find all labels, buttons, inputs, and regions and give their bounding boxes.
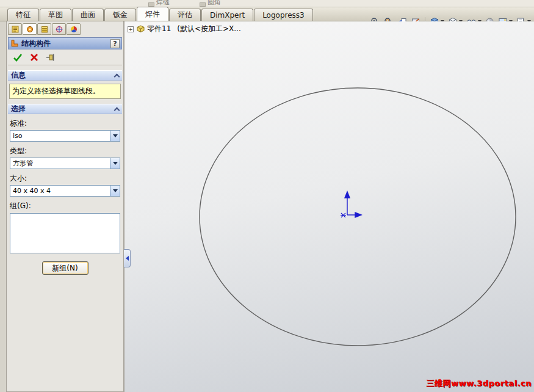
type-label: 类型: [10, 146, 120, 156]
property-manager-actions [8, 49, 122, 65]
ok-button[interactable] [13, 53, 23, 62]
origin-triad [331, 188, 366, 223]
help-button[interactable]: ? [110, 39, 120, 48]
command-tabs: 特征 草图 曲面 钣金 焊件 评估 DimXpert Logopress3 [7, 7, 314, 21]
collapse-chevron-icon [114, 74, 120, 80]
standard-value: iso [10, 132, 110, 140]
dimxpert-manager-tab[interactable] [52, 23, 66, 35]
tab-dimxpert[interactable]: DimXpert [201, 9, 253, 21]
feature-manager-icon [12, 26, 19, 33]
size-label: 大小: [10, 173, 120, 184]
chevron-down-icon [113, 134, 118, 137]
tab-sheet-metal[interactable]: 钣金 [104, 9, 136, 21]
configuration-manager-icon [41, 26, 48, 33]
new-group-button[interactable]: 新组(N) [42, 261, 88, 275]
collapse-chevron-icon [114, 107, 120, 114]
weld-bead-button[interactable]: 焊缝 [148, 0, 170, 7]
standard-dropdown-button[interactable] [110, 131, 120, 141]
chevron-left-icon [126, 256, 129, 261]
part-icon [136, 25, 145, 33]
message-box: 为定义路径选择草图线段。 [9, 84, 121, 99]
watermark-text: 三维网www.3dportal.cn [427, 378, 532, 389]
message-section-label: 信息 [11, 70, 26, 81]
keep-visible-pin-icon[interactable] [46, 53, 55, 62]
configuration-manager-tab[interactable] [37, 23, 51, 35]
manager-panel-tabs [8, 23, 123, 35]
chevron-down-icon [113, 162, 118, 165]
feature-manager-tab[interactable] [8, 23, 22, 35]
fillet-button[interactable]: 圆角 [200, 0, 221, 7]
display-manager-tab[interactable] [67, 23, 81, 35]
tab-evaluate[interactable]: 评估 [169, 9, 201, 21]
size-value: 40 x 40 x 4 [10, 187, 110, 195]
property-manager-panel: 结构构件 ? 信息 为定义路径选择草图线段。 选择 标准: iso [6, 21, 124, 392]
configuration-text: (默认<按加工>X... [177, 24, 240, 34]
sketch-circle[interactable] [124, 21, 534, 392]
solidworks-window: 焊缝 圆角 特征 草图 曲面 钣金 焊件 评估 DimXpert Logopre… [0, 0, 534, 392]
selection-section-label: 选择 [11, 104, 26, 114]
groups-label: 组(G): [10, 201, 120, 211]
feature-tree-flyout: + 零件11 (默认<按加工>X... [128, 24, 241, 34]
tab-surfaces[interactable]: 曲面 [72, 9, 104, 21]
property-manager-tab[interactable] [23, 23, 37, 35]
display-manager-icon [70, 26, 78, 33]
panel-collapse-handle[interactable] [124, 249, 131, 267]
type-combobox[interactable]: 方形管 [10, 158, 120, 169]
size-dropdown-button[interactable] [110, 186, 120, 196]
standard-label: 标准: [10, 118, 120, 129]
property-manager-icon [26, 26, 34, 33]
weld-bead-label: 焊缝 [156, 0, 170, 7]
tab-features[interactable]: 特征 [7, 9, 39, 21]
property-manager-title: 结构构件 [21, 38, 51, 49]
cancel-button[interactable] [30, 53, 38, 62]
standard-combobox[interactable]: iso [10, 130, 120, 142]
tree-expand-toggle[interactable]: + [128, 26, 134, 32]
tab-weldments[interactable]: 焊件 [137, 7, 168, 21]
fillet-label: 圆角 [207, 0, 221, 7]
graphics-viewport[interactable]: + 零件11 (默认<按加工>X... 三维网www.3dportal.cn [124, 21, 534, 392]
chevron-down-icon [113, 189, 118, 192]
weld-bead-icon [148, 2, 154, 7]
tab-sketch[interactable]: 草图 [40, 9, 71, 21]
selection-section-header[interactable]: 选择 [8, 104, 122, 114]
groups-listbox[interactable] [10, 213, 120, 253]
fillet-icon [200, 2, 206, 7]
property-manager-titlebar: 结构构件 ? [8, 37, 122, 49]
dimxpert-manager-icon [56, 26, 63, 33]
message-section-header[interactable]: 信息 [8, 70, 122, 81]
part-name[interactable]: 零件11 [147, 24, 171, 34]
type-value: 方形管 [10, 159, 110, 168]
tab-logopress3[interactable]: Logopress3 [254, 9, 313, 21]
size-combobox[interactable]: 40 x 40 x 4 [10, 185, 120, 197]
type-dropdown-button[interactable] [110, 158, 120, 169]
command-manager-tab-bar: 特征 草图 曲面 钣金 焊件 评估 DimXpert Logopress3 [0, 7, 534, 21]
structural-member-icon [10, 39, 19, 48]
